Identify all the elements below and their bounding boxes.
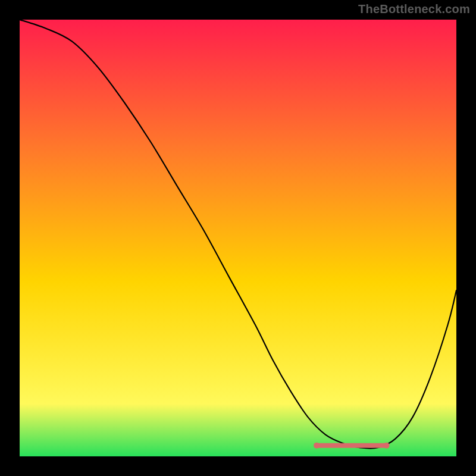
gradient-background — [20, 20, 456, 456]
chart-frame: TheBottleneck.com — [0, 0, 476, 476]
optimal-range-dot-left — [314, 443, 320, 449]
watermark-text: TheBottleneck.com — [358, 2, 470, 16]
optimal-range-dot-right — [384, 443, 390, 449]
plot-svg — [20, 20, 456, 456]
plot-area — [20, 20, 456, 456]
